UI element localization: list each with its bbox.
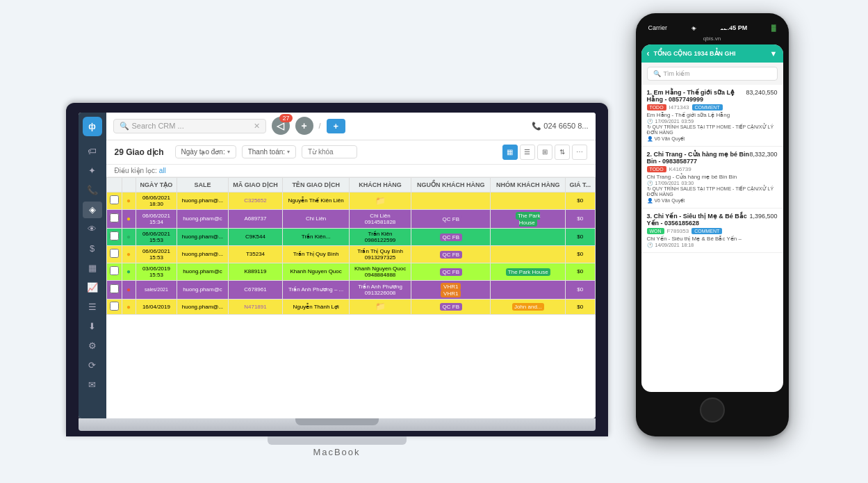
table-row[interactable]: ● 06/06/202118:30 huong.pham@... C325652… <box>106 192 595 209</box>
group-cell: The Park House <box>491 263 566 280</box>
more-view-button[interactable]: ⋯ <box>572 145 587 160</box>
col-sale: SALE <box>177 177 228 192</box>
folder-icon: 📁 <box>375 196 386 206</box>
list-item[interactable]: 2. Chi Trang - Cửa hàng mẹ bé Bin Bin - … <box>641 147 783 208</box>
folder-icon: 📁 <box>375 302 386 311</box>
date-filter-button[interactable]: Ngày tạo đơn: ▾ <box>175 145 236 158</box>
col-name: TÊN GIAO DỊCH <box>283 177 350 192</box>
row-checkbox[interactable] <box>110 231 119 240</box>
phone-header-title: TỔNG CỘNG 1934 BẢN GHI <box>654 50 766 57</box>
search-box[interactable]: 🔍 Search CRM ... ✕ <box>113 119 266 133</box>
status-badge: WON <box>647 228 664 234</box>
separator: / <box>319 122 321 130</box>
sidebar-item-bar-chart[interactable]: ▦ <box>83 260 102 277</box>
sidebar-item-list[interactable]: ☰ <box>83 299 102 316</box>
code-cell: A689737 <box>228 209 283 228</box>
condition-value: all <box>159 167 166 174</box>
crm-logo: ф <box>83 117 102 136</box>
sidebar-item-eye[interactable]: 👁 <box>83 221 102 238</box>
list-item[interactable]: 3. Chi Yến - Siêu thị Mẹ & Bé Bắc Yến - … <box>641 208 783 253</box>
sidebar-item-location[interactable]: ◈ <box>83 202 102 218</box>
list-item[interactable]: 1. Em Hằng - Thế giới sữa Lệ Hằng - 0857… <box>641 85 783 147</box>
back-arrow-icon[interactable]: ‹ <box>647 49 650 58</box>
home-button[interactable] <box>700 398 725 423</box>
phone-number: 📞 024 6650 8... <box>532 122 588 131</box>
sidebar-item-dollar[interactable]: $ <box>83 240 102 257</box>
row-checkbox[interactable] <box>110 195 119 204</box>
sidebar-item-tag[interactable]: 🏷 <box>83 143 102 160</box>
row-checkbox[interactable] <box>110 266 119 275</box>
source-cell: VHR1VHR1 <box>411 280 491 299</box>
phone-search-input[interactable]: 🔍 Tìm kiếm <box>647 67 778 81</box>
source-badge: QC FB <box>440 268 462 276</box>
customer-cell: Chi Liên0914581828 <box>349 209 411 228</box>
status-dot: ● <box>126 250 131 258</box>
search-text: Tìm kiếm <box>664 70 690 77</box>
laptop: ф 🏷 ✦ 📞 ◈ 👁 $ ▦ 📈 ☰ ⬇ ⚙ ⟳ ✉ <box>66 103 608 457</box>
agent-icon: 👤 <box>647 136 653 141</box>
date-cell: 16/04/2019 <box>136 299 177 314</box>
sort-view-button[interactable]: ⇅ <box>555 145 570 160</box>
status-badge: TODO <box>647 166 666 172</box>
code-cell: T35234 <box>228 245 283 263</box>
customer-cell: 📁 <box>349 192 411 209</box>
source-cell: QC FB <box>411 209 491 228</box>
date-cell: sales/2021 <box>136 280 177 299</box>
source-badge: QC FB <box>440 234 462 241</box>
filter-icon[interactable]: ▼ <box>770 49 778 58</box>
column-view-button[interactable]: ⊞ <box>537 145 552 160</box>
battery-icon: ▓ <box>771 24 776 31</box>
crm-table-wrap: NGÀY TẠO SALE MÃ GIAO DỊCH TÊN GIAO DỊCH… <box>106 177 596 418</box>
source-cell: QC FB <box>411 228 491 245</box>
source-cell: QC FB <box>411 245 491 263</box>
crm-main: 🔍 Search CRM ... ✕ ◁ 27 + / + 📞 <box>106 113 596 418</box>
row-checkbox[interactable] <box>110 213 119 222</box>
sidebar-item-download[interactable]: ⬇ <box>83 318 102 335</box>
group-cell: John and... <box>491 299 566 314</box>
list-view-button[interactable]: ☰ <box>520 145 535 160</box>
item-note: ↻ QUY TRÌNH SALES TẠI TTP HOME - TIẾP CẬ… <box>647 124 778 136</box>
sidebar-item-phone[interactable]: 📞 <box>83 182 102 199</box>
search-icon: 🔍 <box>120 122 129 131</box>
item-code: F789353 <box>667 228 689 234</box>
add-button[interactable]: + <box>327 119 346 133</box>
row-checkbox[interactable] <box>110 302 119 311</box>
phone-body: Carrier ◈ 12:45 PM ▓ qbis.vn ‹ TỔNG CỘNG… <box>636 13 789 436</box>
close-icon: ✕ <box>254 122 260 131</box>
col-source: NGUỒN KHÁCH HÀNG <box>411 177 491 192</box>
price-cell: $0 <box>566 245 595 263</box>
keyword-input[interactable] <box>302 145 357 158</box>
phone-icon: 📞 <box>532 122 541 130</box>
payment-filter-button[interactable]: Thanh toán: ▾ <box>242 145 296 158</box>
table-row[interactable]: ● 06/06/202115:53 huong.pham@... T35234 … <box>106 245 595 263</box>
sidebar-item-settings[interactable]: ✦ <box>83 163 102 179</box>
row-checkbox[interactable] <box>110 284 119 293</box>
table-row[interactable]: ● 16/04/2019 huong.pham@... N471891 Nguy… <box>106 299 595 314</box>
sidebar-item-share[interactable]: ⟳ <box>83 357 102 374</box>
table-row[interactable]: ● 06/06/202115:53 huong.pham@... C9K544 … <box>106 228 595 245</box>
price-cell: $0 <box>566 263 595 280</box>
grid-view-button[interactable]: ▦ <box>502 145 518 160</box>
table-row[interactable]: ● 06/06/202115:34 huong.pham@c A689737 C… <box>106 209 595 228</box>
price-cell: $0 <box>566 228 595 245</box>
search-icon: 🔍 <box>653 70 661 77</box>
sale-cell: huong.pham@... <box>177 245 228 263</box>
source-badge: QC FB <box>440 303 462 311</box>
transactions-table: NGÀY TẠO SALE MÃ GIAO DỊCH TÊN GIAO DỊCH… <box>106 177 596 315</box>
table-row[interactable]: ● sales/2021 huong.pham@c C678961 Trần A… <box>106 280 595 299</box>
row-checkbox[interactable] <box>110 249 119 258</box>
sidebar-item-trend[interactable]: 📈 <box>83 279 102 296</box>
crm-filter-bar: 29 Giao dịch Ngày tạo đơn: ▾ Thanh toán:… <box>106 140 596 165</box>
table-row[interactable]: ● 03/06/201915:53 huong.pham@c K889119 K… <box>106 263 595 280</box>
item-name: 1. Em Hằng - Thế giới sữa Lệ Hằng - 0857… <box>647 89 746 103</box>
url-bar: qbis.vn <box>641 35 783 44</box>
customer-cell: 📁 <box>349 299 411 314</box>
scene: ф 🏷 ✦ 📞 ◈ 👁 $ ▦ 📈 ☰ ⬇ ⚙ ⟳ ✉ <box>52 26 817 457</box>
code-cell: K889119 <box>228 263 283 280</box>
sidebar-item-mail[interactable]: ✉ <box>83 377 102 393</box>
source-badge: VHR1 <box>441 283 461 290</box>
sidebar-item-gear[interactable]: ⚙ <box>83 338 102 354</box>
laptop-brand: MacBook <box>66 445 608 457</box>
forward-button[interactable]: + <box>295 117 313 135</box>
name-cell: Nguyễn Thế Kiên Liên <box>283 192 350 209</box>
